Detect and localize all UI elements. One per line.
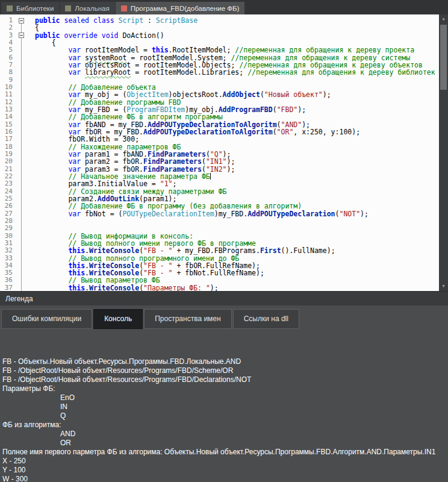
line-number: 2 (0, 24, 13, 31)
console-line: Параметры ФБ: (2, 384, 444, 393)
legend-tab[interactable]: Ошибки компиляции (1, 309, 92, 329)
fold-collapse-icon[interactable] (19, 33, 24, 38)
line-number: 36 (0, 277, 13, 284)
line-number: 26 (0, 202, 13, 210)
console-line: Y - 100 (2, 466, 444, 475)
console-line: OR (2, 439, 444, 448)
fold-collapse-icon[interactable] (19, 18, 24, 23)
code-line[interactable] (35, 218, 439, 225)
line-number: 33 (0, 255, 13, 262)
local-module-icon (65, 5, 71, 11)
document-tab[interactable]: Программа_FBD(добавление ФБ) (116, 2, 245, 14)
legend-panel-title: Легенда (5, 295, 33, 303)
line-number-gutter: 1234567891011121314151617181920212223242… (0, 14, 16, 291)
minus-icon (20, 35, 23, 36)
scroll-up-arrow-icon[interactable]: ▲ (439, 14, 448, 23)
document-tab-label: Программа_FBD(добавление ФБ) (131, 5, 240, 12)
console-line: FB - /ObjectRoot/Новый объект/Resources/… (2, 375, 444, 384)
library-icon (7, 5, 13, 11)
console-line: IN (2, 402, 444, 412)
document-tab-label: Локальная (75, 5, 109, 12)
code-editor[interactable]: 1234567891011121314151617181920212223242… (0, 14, 448, 291)
console-line: FB - Объекты.Новый объект.Ресурсы.Програ… (2, 357, 444, 366)
fold-margin (16, 14, 28, 291)
console-line: EnO (2, 393, 444, 402)
line-number: 8 (0, 69, 13, 76)
console-output[interactable]: FB - Объекты.Новый объект.Ресурсы.Програ… (0, 329, 448, 482)
line-number: 5 (0, 46, 13, 54)
application-window: БиблиотекиЛокальнаяПрограмма_FBD(добавле… (0, 0, 448, 482)
legend-tab[interactable]: Ссылки на dll (233, 309, 299, 329)
code-line[interactable]: var libraryRoot = rootItemModel.Librarie… (35, 69, 439, 76)
code-content[interactable]: public sealed class Script : ScriptBase{… (28, 14, 439, 291)
console-line: X - 250 (2, 457, 444, 466)
console-line: Q (2, 412, 444, 421)
legend-tab-bar: Ошибки компиляцииКонсольПространства име… (1, 309, 448, 329)
line-number: 14 (0, 113, 13, 120)
line-number: 23 (0, 180, 13, 187)
line-number: 27 (0, 210, 13, 218)
scrollbar-thumb[interactable] (440, 25, 447, 90)
line-number: 30 (0, 233, 13, 240)
code-line[interactable]: public sealed class Script : ScriptBase (35, 17, 439, 24)
console-line: FB - /ObjectRoot/Новый объект/Resources/… (2, 366, 444, 375)
line-number: 11 (0, 91, 13, 98)
console-line: W - 300 (2, 475, 444, 482)
console-line: ФБ из алгоритма: (2, 421, 444, 430)
line-number: 17 (0, 136, 13, 143)
document-tab[interactable]: Локальная (60, 2, 114, 14)
document-tab-bar: БиблиотекиЛокальнаяПрограмма_FBD(добавле… (0, 0, 448, 14)
line-number: 32 (0, 247, 13, 254)
program-icon (121, 5, 127, 11)
console-line: AND (2, 430, 444, 439)
code-line[interactable]: public override void DoAction() (35, 32, 439, 39)
line-number: 29 (0, 225, 13, 232)
text-caret (210, 173, 211, 180)
console-line: Полное имя первого парметра ФБ из алгори… (2, 448, 444, 457)
scroll-down-arrow-icon[interactable]: ▼ (439, 282, 448, 291)
editor-vertical-scrollbar[interactable]: ▲ ▼ (439, 14, 448, 291)
legend-tab[interactable]: Пространства имен (144, 309, 231, 329)
document-tab-label: Библиотеки (16, 5, 54, 12)
legend-panel-body: Ошибки компиляцииКонсольПространства име… (0, 305, 448, 482)
document-tab[interactable]: Библиотеки (1, 2, 59, 14)
line-number: 20 (0, 158, 13, 165)
code-line[interactable]: this.WriteConsole("Параметры ФБ: "); (35, 284, 439, 291)
line-number: 37 (0, 284, 13, 291)
code-line[interactable]: var fbNot = (POUTypeDeclarationItem)my_F… (35, 210, 439, 218)
fold-indent-line (21, 22, 22, 291)
minus-icon (20, 20, 23, 21)
legend-tab[interactable]: Консоль (93, 309, 143, 329)
legend-panel-header[interactable]: Легенда (0, 291, 448, 305)
